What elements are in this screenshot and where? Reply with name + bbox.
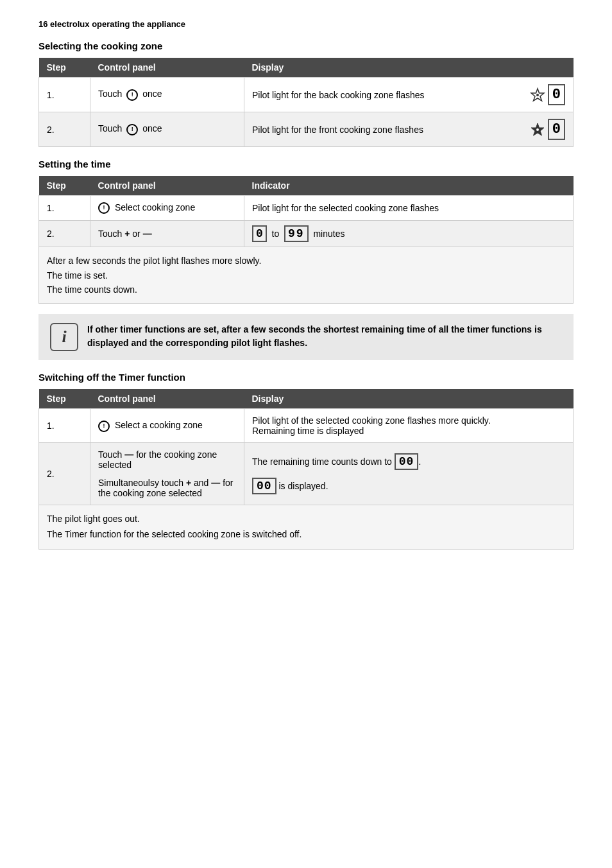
back-zone-icon: 0 (530, 84, 565, 105)
col-step-3: Step (39, 389, 90, 409)
setting-time-footer: After a few seconds the pilot light flas… (39, 247, 574, 304)
step-1: 1. (39, 78, 90, 112)
selecting-zone-table: Step Control panel Display 1. Touch ! on… (38, 58, 574, 147)
table-row: 1. ! Select cooking zone Pilot light for… (39, 196, 574, 221)
indicator-s1: Pilot light for the selected cooking zon… (244, 196, 574, 221)
col-display-3: Display (244, 389, 574, 409)
page-number: 16 (38, 19, 47, 29)
setting-time-footer-row: After a few seconds the pilot light flas… (39, 247, 574, 304)
step-s1: 1. (39, 196, 90, 221)
display-sw2-line2: 00 is displayed. (252, 478, 565, 494)
star-flash-icon-2 (530, 122, 545, 137)
star-flash-icon (530, 87, 545, 103)
indicator-s2: 0 to 99 minutes (244, 221, 574, 247)
svg-point-1 (536, 94, 539, 96)
display-sw2-line1: The remaining time counts down to 00. (252, 453, 565, 470)
control-sw2: Touch — for the cooking zone selected Si… (90, 443, 244, 505)
display-sw2: The remaining time counts down to 00. 00… (244, 443, 574, 505)
table-row: 2. Touch + or — 0 to 99 minutes (39, 221, 574, 247)
display-1: Pilot light for the back cooking zone fl… (244, 78, 574, 112)
col-control-1: Control panel (90, 58, 244, 78)
control-sw1: ! Select a cooking zone (90, 409, 244, 443)
info-icon: i (50, 323, 78, 351)
display-text-2: Pilot light for the front cooking zone f… (252, 125, 423, 135)
svg-point-3 (536, 128, 539, 131)
page-header: 16 electrolux operating the appliance (38, 19, 574, 29)
info-box: i If other timer functions are set, afte… (38, 314, 574, 360)
display-sw1: Pilot light of the selected cooking zone… (244, 409, 574, 443)
step-2: 2. (39, 112, 90, 147)
col-control-3: Control panel (90, 389, 244, 409)
control-2: Touch ! once (90, 112, 244, 147)
control-sw2-line2: Simultaneoulsy touch + and — for the coo… (98, 478, 236, 498)
switching-off-footer: The pilot light goes out. The Timer func… (39, 505, 574, 550)
col-control-2: Control panel (90, 176, 244, 196)
section-title-selecting: Selecting the cooking zone (38, 40, 574, 51)
step-s2: 2. (39, 221, 90, 247)
front-zone-icon: 0 (530, 119, 565, 140)
display-text-1: Pilot light for the back cooking zone fl… (252, 90, 425, 100)
col-step-2: Step (39, 176, 90, 196)
table-row: 2. Touch ! once Pilot light for the fron… (39, 112, 574, 147)
step-sw2: 2. (39, 443, 90, 505)
col-step-1: Step (39, 58, 90, 78)
col-indicator: Indicator (244, 176, 574, 196)
section-title-setting: Setting the time (38, 159, 574, 169)
switching-off-footer-row: The pilot light goes out. The Timer func… (39, 505, 574, 550)
col-display-1: Display (244, 58, 574, 78)
control-s2: Touch + or — (90, 221, 244, 247)
switching-off-table: Step Control panel Display 1. ! Select a… (38, 389, 574, 550)
table-row: 2. Touch — for the cooking zone selected… (39, 443, 574, 505)
table-row: 1. ! Select a cooking zone Pilot light o… (39, 409, 574, 443)
section-title-switching: Switching off the Timer function (38, 372, 574, 383)
brand-name: electrolux (50, 19, 89, 29)
display-2: Pilot light for the front cooking zone f… (244, 112, 574, 147)
control-1: Touch ! once (90, 78, 244, 112)
control-sw2-line1: Touch — for the cooking zone selected (98, 449, 236, 470)
info-text: If other timer functions are set, after … (87, 323, 562, 350)
control-s1: ! Select cooking zone (90, 196, 244, 221)
setting-time-table: Step Control panel Indicator 1. ! Select… (38, 176, 574, 304)
section-name: operating the appliance (92, 19, 185, 29)
table-row: 1. Touch ! once Pilot light for the back… (39, 78, 574, 112)
step-sw1: 1. (39, 409, 90, 443)
